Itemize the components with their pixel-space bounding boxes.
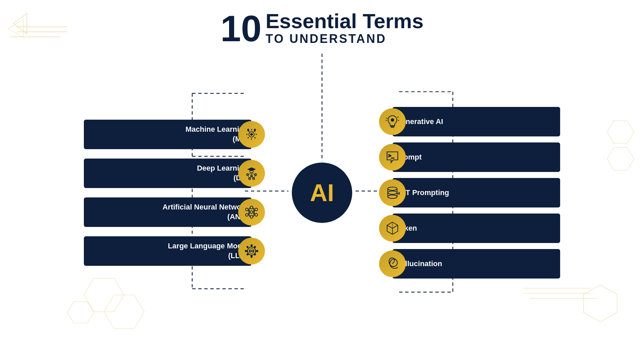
prompt-icon: >_ [385, 150, 400, 165]
svg-point-27 [248, 129, 249, 130]
svg-point-48 [255, 214, 258, 216]
term-llm: Large Language Model(LLM) [84, 236, 252, 266]
svg-line-77 [386, 118, 387, 119]
token-label: Token [392, 224, 552, 233]
hallucination-icon [385, 256, 400, 271]
term-machine-learning: Machine Learning(ML) [84, 120, 252, 149]
main-container: .dashed-line { stroke: #0d1f3c; stroke-w… [0, 54, 644, 332]
page-header: 10 Essential Terms TO UNDERSTAND [0, 0, 644, 54]
center-ai-node: AI [292, 163, 352, 223]
term-token: Token [392, 214, 560, 243]
svg-point-43 [246, 214, 248, 216]
ann-icon-circle [238, 199, 265, 226]
svg-rect-68 [254, 246, 256, 248]
dl-icon [244, 166, 259, 181]
genai-icon [385, 114, 400, 129]
genai-icon-circle [379, 108, 406, 135]
svg-rect-63 [251, 245, 252, 246]
llm-icon-circle [238, 238, 265, 264]
svg-rect-64 [251, 256, 252, 257]
svg-point-85 [388, 191, 397, 194]
dl-label: Deep Learning(DL) [92, 164, 252, 183]
header-number: 10 [220, 10, 261, 47]
svg-point-82 [388, 187, 397, 190]
term-hallucination: Hallucination [392, 249, 560, 279]
svg-point-76 [391, 119, 394, 121]
svg-point-72 [251, 251, 252, 252]
llm-icon [244, 244, 259, 258]
prompt-icon-circle: >_ [379, 144, 406, 171]
svg-point-26 [251, 133, 253, 135]
center-ai-label: AI [310, 179, 334, 206]
ml-icon-circle [238, 121, 265, 148]
svg-point-47 [255, 208, 258, 211]
svg-point-45 [250, 211, 253, 214]
svg-point-73 [253, 251, 254, 252]
prompt-label: Prompt [392, 153, 552, 162]
svg-rect-70 [254, 253, 256, 255]
right-terms: Generative AI >_ Prompt [392, 107, 560, 279]
ann-label: Artificial Neural Network(ANN) [92, 202, 252, 222]
svg-rect-69 [247, 253, 249, 255]
svg-rect-65 [245, 250, 247, 252]
svg-point-88 [388, 195, 397, 198]
cot-icon-circle [379, 179, 406, 206]
svg-point-71 [250, 251, 251, 252]
term-generative-ai: Generative AI [392, 107, 560, 136]
svg-point-44 [250, 206, 253, 209]
ann-icon [244, 205, 259, 220]
hallucination-label: Hallucination [392, 259, 552, 269]
svg-point-42 [246, 208, 248, 211]
llm-label: Large Language Model(LLM) [92, 241, 252, 260]
term-deep-learning: Deep Learning(DL) [84, 159, 252, 188]
cot-label: CoT Prompting [392, 188, 552, 198]
svg-point-28 [254, 129, 256, 130]
term-ann: Artificial Neural Network(ANN) [84, 197, 252, 227]
svg-line-78 [397, 117, 398, 118]
term-cot-prompting: CoT Prompting [392, 178, 560, 207]
ml-label: Machine Learning(ML) [92, 125, 252, 144]
genai-label: Generative AI [392, 117, 552, 127]
ml-icon [244, 127, 259, 142]
term-prompt: >_ Prompt [392, 142, 560, 172]
token-icon-circle [379, 215, 406, 242]
hallucination-icon-circle [379, 250, 406, 277]
svg-rect-67 [247, 246, 249, 248]
header-text-block: Essential Terms TO UNDERSTAND [266, 11, 424, 46]
header-title: 10 Essential Terms TO UNDERSTAND [0, 10, 644, 47]
dl-icon-circle [238, 160, 265, 187]
svg-rect-66 [256, 250, 258, 252]
svg-point-46 [250, 216, 253, 218]
header-understand: TO UNDERSTAND [266, 32, 387, 46]
svg-text:>_: >_ [388, 153, 394, 159]
cot-icon [385, 185, 400, 200]
token-icon [385, 221, 400, 236]
left-terms: Machine Learning(ML) Deep Learning(DL) [84, 120, 252, 266]
header-essential: Essential Terms [266, 11, 424, 32]
